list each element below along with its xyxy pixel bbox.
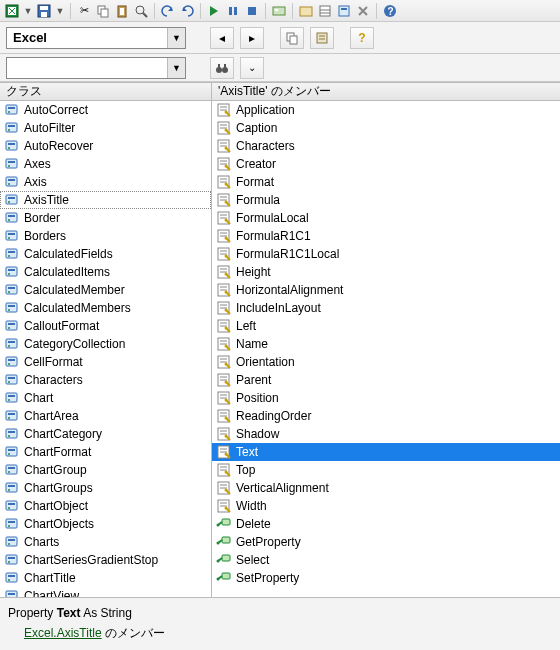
toolbox-icon[interactable] xyxy=(355,3,371,19)
project-icon[interactable] xyxy=(298,3,314,19)
svg-rect-14 xyxy=(273,7,285,15)
member-item[interactable]: Application xyxy=(212,101,560,119)
member-item[interactable]: IncludeInLayout xyxy=(212,299,560,317)
member-item[interactable]: FormulaR1C1Local xyxy=(212,245,560,263)
redo-icon[interactable] xyxy=(179,3,195,19)
class-item[interactable]: Axis xyxy=(0,173,211,191)
class-item[interactable]: ChartObjects xyxy=(0,515,211,533)
nav-forward-button[interactable]: ▸ xyxy=(240,27,264,49)
member-item[interactable]: Top xyxy=(212,461,560,479)
nav-back-button[interactable]: ◂ xyxy=(210,27,234,49)
class-item[interactable]: AutoCorrect xyxy=(0,101,211,119)
svg-point-128 xyxy=(225,147,228,150)
pause-icon[interactable] xyxy=(225,3,241,19)
class-item[interactable]: CategoryCollection xyxy=(0,335,211,353)
classes-list[interactable]: AutoCorrectAutoFilterAutoRecoverAxesAxis… xyxy=(0,101,211,597)
object-browser-icon[interactable] xyxy=(336,3,352,19)
members-list[interactable]: ApplicationCaptionCharactersCreatorForma… xyxy=(212,101,560,597)
library-combo[interactable]: ▼ xyxy=(6,27,186,49)
run-icon[interactable] xyxy=(206,3,222,19)
excel-icon[interactable] xyxy=(4,3,20,19)
class-item[interactable]: CalculatedMembers xyxy=(0,299,211,317)
help-icon[interactable]: ? xyxy=(382,3,398,19)
member-item-label: HorizontalAlignment xyxy=(236,283,343,297)
help-button[interactable]: ? xyxy=(350,27,374,49)
member-item[interactable]: Text xyxy=(212,443,560,461)
class-item[interactable]: CalculatedMember xyxy=(0,281,211,299)
member-item[interactable]: Width xyxy=(212,497,560,515)
class-item[interactable]: ChartTitle xyxy=(0,569,211,587)
class-item[interactable]: ChartGroups xyxy=(0,479,211,497)
save-icon[interactable] xyxy=(36,3,52,19)
class-item[interactable]: Border xyxy=(0,209,211,227)
cut-icon[interactable]: ✂ xyxy=(76,3,92,19)
parent-class-link[interactable]: Excel.AxisTitle xyxy=(24,626,102,640)
class-item[interactable]: AutoRecover xyxy=(0,137,211,155)
dropdown-arrow-icon[interactable]: ▼ xyxy=(55,6,65,16)
properties-icon[interactable] xyxy=(317,3,333,19)
class-item[interactable]: ChartGroup xyxy=(0,461,211,479)
search-combo[interactable]: ▼ xyxy=(6,57,186,79)
svg-rect-64 xyxy=(8,287,15,289)
member-item-label: Text xyxy=(236,445,258,459)
object-browser-toolbar-2: ▼ ⌄ xyxy=(0,54,560,82)
copy-button[interactable] xyxy=(280,27,304,49)
member-item[interactable]: Caption xyxy=(212,119,560,137)
class-item[interactable]: ChartView xyxy=(0,587,211,597)
member-item[interactable]: Name xyxy=(212,335,560,353)
member-item[interactable]: Delete xyxy=(212,515,560,533)
library-combo-input[interactable] xyxy=(7,28,167,47)
member-item[interactable]: Characters xyxy=(212,137,560,155)
member-item[interactable]: FormulaR1C1 xyxy=(212,227,560,245)
class-item[interactable]: AxisTitle xyxy=(0,191,211,209)
member-item[interactable]: HorizontalAlignment xyxy=(212,281,560,299)
class-item[interactable]: CalloutFormat xyxy=(0,317,211,335)
class-item[interactable]: ChartObject xyxy=(0,497,211,515)
find-icon[interactable] xyxy=(133,3,149,19)
class-item[interactable]: Charts xyxy=(0,533,211,551)
member-item[interactable]: FormulaLocal xyxy=(212,209,560,227)
class-item[interactable]: Characters xyxy=(0,371,211,389)
member-item[interactable]: SetProperty xyxy=(212,569,560,587)
paste-icon[interactable] xyxy=(114,3,130,19)
svg-point-59 xyxy=(8,255,10,257)
class-item[interactable]: AutoFilter xyxy=(0,119,211,137)
search-options-button[interactable]: ⌄ xyxy=(240,57,264,79)
class-item[interactable]: Axes xyxy=(0,155,211,173)
top-icon-strip: ▼ ▼ ✂ ? xyxy=(0,0,560,22)
class-item[interactable]: ChartCategory xyxy=(0,425,211,443)
chevron-down-icon[interactable]: ▼ xyxy=(167,28,185,48)
class-icon xyxy=(4,588,20,597)
member-item[interactable]: Format xyxy=(212,173,560,191)
svg-rect-63 xyxy=(6,285,17,294)
member-item[interactable]: Parent xyxy=(212,371,560,389)
copy-icon[interactable] xyxy=(95,3,111,19)
design-icon[interactable] xyxy=(271,3,287,19)
view-definition-button[interactable] xyxy=(310,27,334,49)
member-item[interactable]: GetProperty xyxy=(212,533,560,551)
member-item[interactable]: VerticalAlignment xyxy=(212,479,560,497)
class-item[interactable]: Borders xyxy=(0,227,211,245)
class-item[interactable]: CalculatedFields xyxy=(0,245,211,263)
class-item[interactable]: CellFormat xyxy=(0,353,211,371)
member-item[interactable]: Shadow xyxy=(212,425,560,443)
class-item[interactable]: ChartSeriesGradientStop xyxy=(0,551,211,569)
member-item[interactable]: Height xyxy=(212,263,560,281)
member-item[interactable]: Position xyxy=(212,389,560,407)
search-input[interactable] xyxy=(7,58,167,77)
member-item[interactable]: ReadingOrder xyxy=(212,407,560,425)
find-button[interactable] xyxy=(210,57,234,79)
class-item[interactable]: ChartArea xyxy=(0,407,211,425)
class-item[interactable]: CalculatedItems xyxy=(0,263,211,281)
member-item[interactable]: Formula xyxy=(212,191,560,209)
undo-icon[interactable] xyxy=(160,3,176,19)
class-item[interactable]: ChartFormat xyxy=(0,443,211,461)
member-item[interactable]: Creator xyxy=(212,155,560,173)
stop-icon[interactable] xyxy=(244,3,260,19)
member-item[interactable]: Orientation xyxy=(212,353,560,371)
member-item[interactable]: Select xyxy=(212,551,560,569)
chevron-down-icon[interactable]: ▼ xyxy=(167,58,185,78)
class-item[interactable]: Chart xyxy=(0,389,211,407)
dropdown-arrow-icon[interactable]: ▼ xyxy=(23,6,33,16)
member-item[interactable]: Left xyxy=(212,317,560,335)
